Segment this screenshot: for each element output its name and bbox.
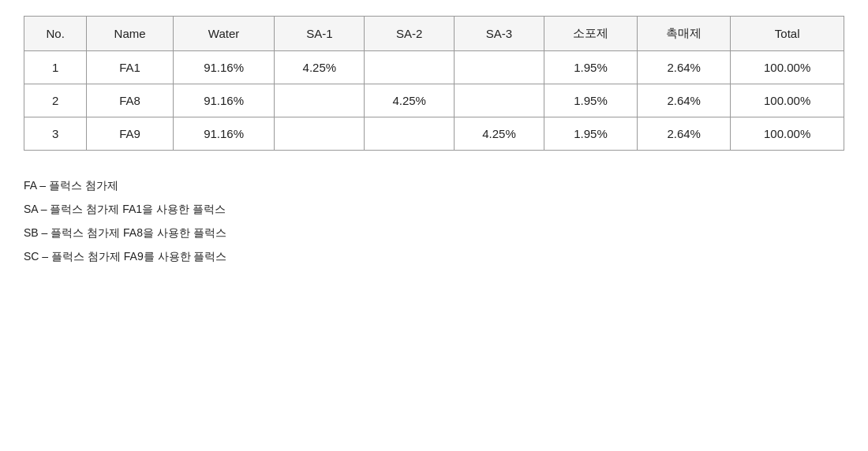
table-cell: 1.95% (544, 84, 637, 117)
composition-table: No.NameWaterSA-1SA-2SA-3소포제촉매제Total 1FA1… (24, 16, 844, 151)
note-line: FA – 플럭스 첨가제 (24, 174, 844, 196)
column-header: 촉매제 (638, 17, 731, 51)
column-header: SA-2 (365, 17, 455, 51)
table-cell: 1.95% (544, 51, 637, 84)
table-cell (275, 84, 365, 117)
note-line: SA – 플럭스 첨가제 FA1을 사용한 플럭스 (24, 198, 844, 220)
table-cell (455, 51, 544, 84)
note-line: SC – 플럭스 첨가제 FA9를 사용한 플럭스 (24, 245, 844, 267)
table-cell: 4.25% (455, 117, 544, 151)
table-cell: 4.25% (365, 84, 455, 117)
table-row: 3FA991.16%4.25%1.95%2.64%100.00% (24, 117, 844, 151)
table-cell: FA8 (87, 84, 173, 117)
table-cell: 100.00% (731, 117, 844, 151)
table-row: 1FA191.16%4.25%1.95%2.64%100.00% (24, 51, 844, 84)
table-cell: 2.64% (638, 117, 731, 151)
table-cell: 1.95% (544, 117, 637, 151)
column-header: Water (173, 17, 275, 51)
table-cell: 4.25% (275, 51, 365, 84)
table-cell (365, 51, 455, 84)
table-cell (275, 117, 365, 151)
table-row: 2FA891.16%4.25%1.95%2.64%100.00% (24, 84, 844, 117)
table-cell: 2.64% (638, 84, 731, 117)
notes-section: FA – 플럭스 첨가제SA – 플럭스 첨가제 FA1을 사용한 플럭스SB … (24, 174, 844, 267)
table-cell: FA1 (87, 51, 173, 84)
column-header: SA-1 (275, 17, 365, 51)
table-cell: 2 (24, 84, 87, 117)
column-header: Name (87, 17, 173, 51)
data-table-wrapper: No.NameWaterSA-1SA-2SA-3소포제촉매제Total 1FA1… (24, 16, 844, 151)
table-cell: 100.00% (731, 51, 844, 84)
table-cell (455, 84, 544, 117)
table-cell: 91.16% (173, 51, 275, 84)
table-cell: 100.00% (731, 84, 844, 117)
table-cell: 2.64% (638, 51, 731, 84)
column-header: 소포제 (544, 17, 637, 51)
note-line: SB – 플럭스 첨가제 FA8을 사용한 플럭스 (24, 222, 844, 244)
column-header: SA-3 (455, 17, 544, 51)
table-cell: 91.16% (173, 117, 275, 151)
table-cell (365, 117, 455, 151)
table-cell: 1 (24, 51, 87, 84)
table-cell: FA9 (87, 117, 173, 151)
table-cell: 3 (24, 117, 87, 151)
table-cell: 91.16% (173, 84, 275, 117)
column-header: No. (24, 17, 87, 51)
table-header-row: No.NameWaterSA-1SA-2SA-3소포제촉매제Total (24, 17, 844, 51)
column-header: Total (731, 17, 844, 51)
